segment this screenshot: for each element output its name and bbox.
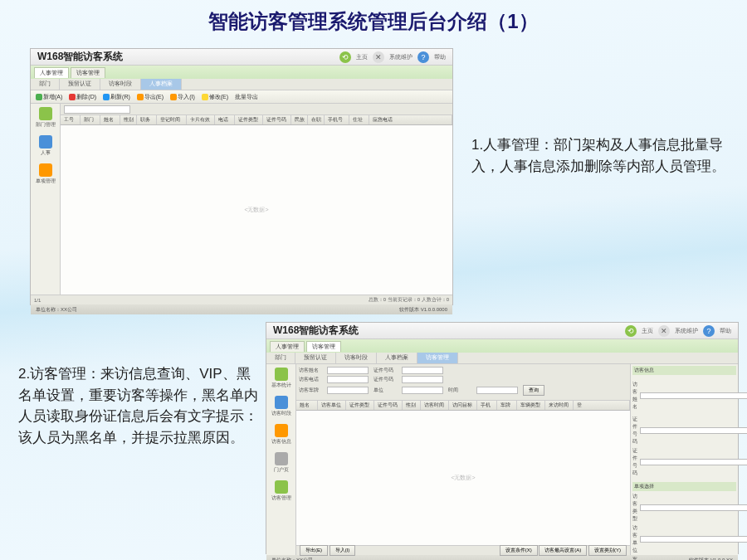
import-button[interactable]: 导入(I) xyxy=(330,545,356,556)
rp-id2-input[interactable] xyxy=(640,459,747,465)
table-content: <无数据> xyxy=(296,411,630,545)
subtab[interactable]: 访客时段 xyxy=(336,353,377,363)
visitor-name-input[interactable] xyxy=(327,367,369,374)
empty-placeholder: <无数据> xyxy=(244,206,268,214)
sidebar-item[interactable]: 访客信息 xyxy=(271,424,291,446)
main-tabs: 人事管理 访客管理 xyxy=(31,66,452,79)
tab-personnel[interactable]: 人事管理 xyxy=(270,341,305,352)
rp-org-input[interactable] xyxy=(640,536,747,543)
home-icon[interactable]: ⟲ xyxy=(625,325,637,337)
export-button[interactable]: 导出(E) xyxy=(300,545,328,556)
footer: 导出(E) 导入(I) 设置条件(X) 访客最高设置(A) 设置类别(Y) xyxy=(296,545,630,555)
sidebar-item-hr[interactable]: 人事 xyxy=(39,135,52,157)
sidebar-item-dept[interactable]: 部门管理 xyxy=(36,107,56,129)
set-category-button[interactable]: 设置类别(Y) xyxy=(588,545,627,556)
id-number-input[interactable] xyxy=(402,367,443,374)
id-number2-input[interactable] xyxy=(402,376,443,383)
subtab-records[interactable]: 人事档案 xyxy=(141,79,182,90)
rp-type-input[interactable] xyxy=(640,504,747,511)
batch-export-button[interactable]: 批量导出 xyxy=(233,92,260,102)
table-headers: 工号 部门 姓名 性别 职务 登记时间 卡片有效 电话 证件类型 证件号码 民族… xyxy=(61,115,452,125)
delete-button[interactable]: 删除(D) xyxy=(67,92,98,102)
rp-id-input[interactable] xyxy=(640,427,747,434)
tab-visitor[interactable]: 访客管理 xyxy=(306,341,341,352)
app-title: W168智能访客系统 xyxy=(37,50,123,64)
maintain-icon[interactable]: ✕ xyxy=(373,51,384,63)
sidebar-item[interactable]: 基本统计 xyxy=(271,368,291,389)
edit-button[interactable]: 修改(E) xyxy=(200,92,230,102)
screenshot-personnel: W168智能访客系统 ⟲主页 ✕系统维护 ?帮助 人事管理 访客管理 部门 预留… xyxy=(30,48,453,305)
toolbar: 新增(A) 删除(D) 刷新(R) 导出(E) 导入(I) 修改(E) 批量导出 xyxy=(31,90,452,104)
main-tabs: 人事管理 访客管理 xyxy=(266,339,738,353)
page-title: 智能访客管理系统管理后台介绍（1） xyxy=(0,0,747,35)
sidebar-item[interactable]: 访客管理 xyxy=(271,480,291,502)
subtab-reserve[interactable]: 预留认证 xyxy=(60,79,100,90)
plate-input[interactable] xyxy=(327,387,369,394)
titlebar: W168智能访客系统 ⟲主页 ✕系统维护 ?帮助 xyxy=(31,49,452,66)
search-input[interactable] xyxy=(64,105,130,114)
query-form: 访客姓名 证件号码 访客电话 证件号码 访客车牌 单位 时间 查询 xyxy=(296,364,630,401)
description-2: 2.访客管理：来访信息查询、VIP、黑名单设置，重要访客等操作，黑名单内人员读取… xyxy=(18,363,259,448)
sidebar-item[interactable]: 访客时段 xyxy=(271,396,291,417)
table-content: <无数据> xyxy=(61,125,452,295)
description-1: 1.人事管理：部门架构及人事信息批量导入，人事信息添加删除等内部人员管理。 xyxy=(471,134,729,177)
right-panel: 访客信息 访客姓名二代身份证 证件号码 ○男○女 证件号码 单项选择 访客类型 … xyxy=(630,364,738,555)
set-top-button[interactable]: 访客最高设置(A) xyxy=(539,545,587,556)
import-button[interactable]: 导入(I) xyxy=(168,92,197,102)
subtab[interactable]: 部门 xyxy=(266,353,295,363)
app-title: W168智能访客系统 xyxy=(273,324,359,338)
sidebar-item-single[interactable]: 单项管理 xyxy=(36,163,56,185)
footer: 1/1 总数：0 当前页记录：0 人数合计：0 xyxy=(31,295,452,304)
home-icon[interactable]: ⟲ xyxy=(339,51,351,63)
subtabs: 部门 预留认证 访客时段 人事档案 访客管理 xyxy=(266,353,738,364)
tab-visitor[interactable]: 访客管理 xyxy=(71,67,105,78)
visitor-phone-input[interactable] xyxy=(327,376,369,383)
titlebar: W168智能访客系统 ⟲主页 ✕系统维护 ?帮助 xyxy=(266,323,738,339)
add-button[interactable]: 新增(A) xyxy=(34,92,64,102)
subtab-dept[interactable]: 部门 xyxy=(31,79,60,90)
tab-personnel[interactable]: 人事管理 xyxy=(34,67,69,78)
time-input[interactable] xyxy=(476,387,518,394)
maintain-icon[interactable]: ✕ xyxy=(658,325,670,337)
subtab[interactable]: 人事档案 xyxy=(377,353,417,363)
export-button[interactable]: 导出(E) xyxy=(135,92,165,102)
screenshot-visitor: W168智能访客系统 ⟲主页 ✕系统维护 ?帮助 人事管理 访客管理 部门 预留… xyxy=(266,322,739,554)
sidebar-item[interactable]: 门户页 xyxy=(274,452,289,474)
query-button[interactable]: 查询 xyxy=(523,385,544,396)
set-condition-button[interactable]: 设置条件(X) xyxy=(500,545,538,556)
subtab-visitor-mgmt[interactable]: 访客管理 xyxy=(417,353,458,363)
footer-stats: 总数：0 当前页记录：0 人数合计：0 xyxy=(369,296,449,304)
rp-name-input[interactable] xyxy=(640,392,747,399)
help-icon[interactable]: ? xyxy=(417,51,429,63)
sidebar: 基本统计 访客时段 访客信息 门户页 访客管理 xyxy=(266,364,296,555)
empty-placeholder: <无数据> xyxy=(451,474,475,482)
statusbar: 单位名称：XX公司 软件版本 V1.0.0.0000 xyxy=(31,304,452,314)
org-input[interactable] xyxy=(402,387,443,394)
searchbar xyxy=(61,104,452,115)
subtab[interactable]: 预留认证 xyxy=(295,353,336,363)
subtabs: 部门 预留认证 访客时段 人事档案 xyxy=(31,79,452,90)
pager[interactable]: 1/1 xyxy=(34,298,41,303)
refresh-button[interactable]: 刷新(R) xyxy=(101,92,132,102)
table-headers: 姓名 访客单位 证件类型 证件号码 性别 访客时间 访问目标 手机 车牌 车辆类… xyxy=(296,401,630,411)
sidebar: 部门管理 人事 单项管理 xyxy=(31,104,61,295)
subtab-period[interactable]: 访客时段 xyxy=(100,79,141,90)
help-icon[interactable]: ? xyxy=(703,325,715,337)
